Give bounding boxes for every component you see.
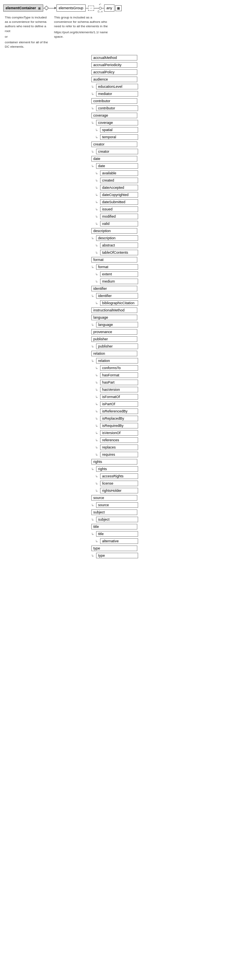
element-row-45: ↳hasPart (91, 379, 236, 386)
element-row-42: ↳relation (91, 358, 236, 364)
element-label: created (100, 178, 138, 183)
element-row-59: ↳license (91, 480, 236, 487)
element-label: relation (96, 358, 138, 364)
element-row-63: subject (91, 509, 236, 515)
indent-tick-2: ↳ (95, 374, 99, 377)
indent-tick: ↳ (91, 85, 95, 89)
indent-tick-2: ↳ (95, 135, 99, 139)
elements-list: accrualMethodaccrualPeriodicityaccrualPo… (91, 55, 236, 559)
element-row-22: ↳modified (91, 213, 236, 220)
element-label: relation (91, 351, 137, 356)
element-label: type (91, 546, 137, 551)
element-row-2: accrualPolicy (91, 69, 236, 75)
element-row-41: relation (91, 350, 236, 357)
element-row-43: ↳conformsTo (91, 365, 236, 371)
element-row-23: ↳valid (91, 220, 236, 227)
indent-tick-2: ↳ (95, 388, 99, 392)
element-label: subject (91, 509, 137, 515)
right-note-url: https://purl.org/dc/elements/1.1/ namesp… (54, 30, 108, 39)
multiplicity-indicator: ↶ 0..∞ (96, 3, 104, 13)
notes-area: This complexType is included as a conven… (5, 15, 236, 51)
element-row-27: ↳tableOfContents (91, 249, 236, 256)
element-label: title (91, 524, 137, 529)
indent-tick: ↳ (91, 554, 95, 558)
element-row-30: ↳extent (91, 271, 236, 277)
element-label: bibliographicCitation (100, 300, 138, 306)
element-label: rights (91, 459, 137, 465)
multiplicity-top: ↶ (99, 3, 101, 6)
indent-tick-2: ↳ (95, 273, 99, 276)
element-label: subject (96, 517, 138, 522)
element-label: rightsHolder (100, 488, 138, 493)
element-label: temporal (100, 134, 138, 140)
element-row-46: ↳hasVersion (91, 386, 236, 393)
element-row-64: ↳subject (91, 516, 236, 523)
element-row-7: ↳contributor (91, 105, 236, 111)
indent-tick: ↳ (91, 532, 95, 536)
element-label: date (96, 163, 138, 169)
element-label: isFormatOf (100, 394, 138, 400)
element-row-28: format (91, 257, 236, 263)
element-row-15: ↳date (91, 163, 236, 169)
element-row-52: ↳isVersionOf (91, 430, 236, 436)
indent-tick-2: ↳ (95, 540, 99, 543)
indent-tick-2: ↳ (95, 179, 99, 182)
element-row-32: identifier (91, 285, 236, 292)
element-row-68: type (91, 545, 236, 552)
element-label: publisher (96, 344, 138, 349)
element-label: valid (100, 221, 138, 226)
element-row-1: accrualPeriodicity (91, 62, 236, 68)
element-label: conformsTo (100, 365, 138, 371)
indent-tick-2: ↳ (95, 489, 99, 493)
element-label: abstract (100, 242, 138, 248)
element-label: accrualMethod (91, 55, 137, 61)
indent-tick-2: ↳ (95, 402, 99, 406)
element-row-16: ↳available (91, 170, 236, 176)
element-label: license (100, 481, 138, 486)
element-row-31: ↳medium (91, 278, 236, 285)
element-label: coverage (91, 113, 137, 118)
element-row-47: ↳isFormatOf (91, 394, 236, 400)
element-label: instructionalMethod (91, 307, 137, 313)
element-row-56: rights (91, 459, 236, 465)
element-row-25: ↳description (91, 235, 236, 241)
element-row-21: ↳issued (91, 206, 236, 212)
element-label: identifier (91, 286, 137, 291)
element-label: hasVersion (100, 387, 138, 392)
element-row-6: contributor (91, 98, 236, 104)
element-row-48: ↳isPartOf (91, 401, 236, 407)
connector-2 (50, 7, 56, 9)
element-row-33: ↳identifier (91, 293, 236, 299)
element-label: identifier (96, 293, 138, 299)
indent-tick-2: ↳ (95, 431, 99, 435)
indent-tick-2: ↳ (95, 251, 99, 255)
element-row-0: accrualMethod (91, 55, 236, 61)
element-row-60: ↳rightsHolder (91, 487, 236, 494)
element-row-51: ↳isRequiredBy (91, 422, 236, 429)
element-row-14: date (91, 156, 236, 162)
element-row-55: ↳requires (91, 451, 236, 458)
indent-tick-2: ↳ (95, 453, 99, 457)
element-row-18: ↳dateAccepted (91, 184, 236, 191)
element-label: title (96, 531, 138, 537)
element-row-37: ↳language (91, 321, 236, 328)
element-row-35: instructionalMethod (91, 307, 236, 313)
element-label: creator (91, 141, 137, 147)
indent-tick: ↳ (91, 107, 95, 110)
element-label: tableOfContents (100, 250, 138, 255)
element-row-5: ↳mediator (91, 91, 236, 97)
element-row-8: coverage (91, 112, 236, 119)
indent-tick-2: ↳ (95, 301, 99, 305)
element-row-12: creator (91, 141, 236, 148)
element-label: isVersionOf (100, 430, 138, 436)
indent-tick: ↳ (91, 294, 95, 298)
left-note-text: This complexType is included as a conven… (5, 16, 47, 33)
element-label: accessRights (100, 473, 138, 479)
indent-tick-2: ↳ (95, 366, 99, 370)
connector-3: ··· (86, 6, 96, 11)
indent-tick-2: ↳ (95, 193, 99, 197)
indent-tick-2: ↳ (95, 395, 99, 399)
element-label: description (91, 228, 137, 234)
any-node: any (104, 4, 115, 12)
element-label: dateCopyrighted (100, 192, 138, 198)
